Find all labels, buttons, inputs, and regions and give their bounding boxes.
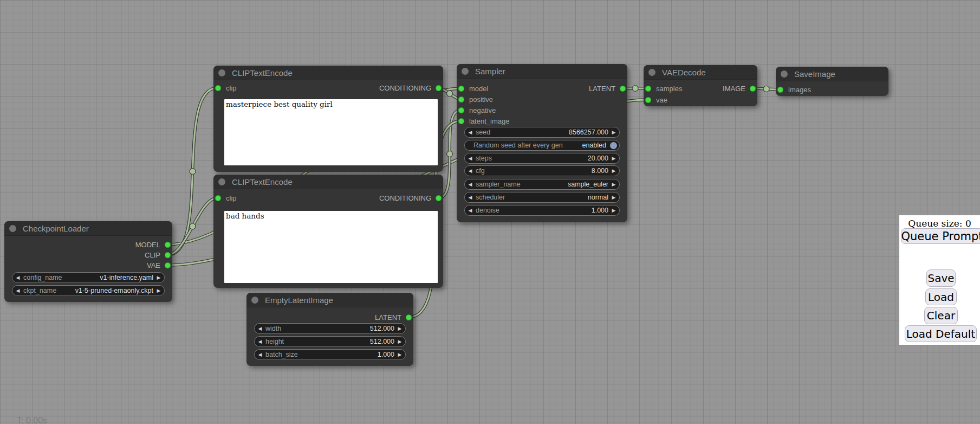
- queue-prompt-button[interactable]: Queue Prompt: [901, 228, 980, 244]
- output-slot-latent: LATENT: [589, 83, 626, 93]
- right-arrow-icon[interactable]: ▶: [608, 130, 619, 135]
- right-arrow-icon[interactable]: ▶: [394, 339, 405, 344]
- widget-batch-size[interactable]: ◀batch_size1.000▶: [254, 349, 406, 360]
- widget-cfg[interactable]: ◀cfg8.000▶: [464, 165, 620, 176]
- widget-denoise[interactable]: ◀denoise1.000▶: [464, 205, 620, 216]
- left-arrow-icon[interactable]: ◀: [12, 288, 23, 293]
- widget-label: width: [265, 325, 281, 332]
- node-checkpoint-loader[interactable]: CheckpointLoaderMODELCLIPVAE◀config_name…: [4, 221, 172, 302]
- node-vae-decode[interactable]: VAEDecodesamplesvaeIMAGE: [644, 65, 757, 106]
- prompt-textarea[interactable]: masterpiece best quality girl: [224, 99, 438, 165]
- left-arrow-icon[interactable]: ◀: [465, 182, 476, 187]
- node-titlebar[interactable]: Sampler: [457, 64, 627, 79]
- widget-width[interactable]: ◀width512.000▶: [254, 323, 406, 334]
- output-slot-vae: VAE: [147, 260, 171, 270]
- collapse-dot-icon[interactable]: [462, 68, 469, 75]
- node-save-image[interactable]: SaveImageimages: [776, 67, 888, 96]
- clear-button[interactable]: Clear: [924, 307, 958, 324]
- collapse-dot-icon[interactable]: [218, 178, 225, 185]
- widget-label: ckpt_name: [23, 287, 56, 294]
- left-arrow-icon[interactable]: ◀: [465, 168, 476, 174]
- output-slot-label: LATENT: [589, 85, 615, 93]
- right-arrow-icon[interactable]: ▶: [394, 352, 405, 357]
- right-arrow-icon[interactable]: ▶: [608, 182, 619, 187]
- right-arrow-icon[interactable]: ▶: [153, 288, 164, 293]
- right-arrow-icon[interactable]: ▶: [153, 275, 164, 280]
- output-slot-label: VAE: [147, 261, 160, 269]
- collapse-dot-icon[interactable]: [251, 297, 258, 304]
- node-titlebar[interactable]: EmptyLatentImage: [246, 293, 413, 307]
- widget-value: normal: [588, 194, 608, 201]
- collapse-dot-icon[interactable]: [648, 69, 656, 76]
- left-arrow-icon[interactable]: ◀: [465, 130, 476, 135]
- node-clip-text-encode-negative[interactable]: CLIPTextEncodeclipCONDITIONINGbad hands: [213, 175, 443, 288]
- left-arrow-icon[interactable]: ◀: [255, 352, 265, 357]
- input-port-icon[interactable]: [458, 118, 464, 124]
- right-arrow-icon[interactable]: ▶: [608, 168, 619, 174]
- output-port-icon[interactable]: [165, 252, 171, 258]
- input-port-icon[interactable]: [458, 86, 464, 92]
- output-slot-clip: CLIP: [145, 250, 171, 260]
- output-slot-label: CLIP: [145, 251, 160, 259]
- load-default-button[interactable]: Load Default: [905, 325, 977, 342]
- node-graph-canvas[interactable]: CheckpointLoaderMODELCLIPVAE◀config_name…: [0, 0, 980, 424]
- output-port-icon[interactable]: [620, 86, 626, 92]
- input-port-icon[interactable]: [458, 107, 464, 113]
- input-port-icon[interactable]: [777, 87, 783, 93]
- widget-label: steps: [476, 155, 492, 162]
- output-port-icon[interactable]: [436, 195, 442, 201]
- widget-label: seed: [476, 129, 490, 136]
- widget-height[interactable]: ◀height512.000▶: [254, 336, 406, 347]
- right-arrow-icon[interactable]: ▶: [608, 195, 619, 200]
- node-titlebar[interactable]: CLIPTextEncode: [213, 66, 443, 80]
- node-sampler[interactable]: Samplermodelpositivenegativelatent_image…: [457, 64, 627, 222]
- input-port-icon[interactable]: [215, 195, 221, 201]
- right-arrow-icon[interactable]: ▶: [608, 208, 619, 213]
- node-empty-latent-image[interactable]: EmptyLatentImageLATENT◀width512.000▶◀hei…: [246, 293, 413, 366]
- right-arrow-icon[interactable]: ▶: [394, 326, 405, 331]
- left-arrow-icon[interactable]: ◀: [12, 275, 23, 280]
- widget-sampler-name[interactable]: ◀sampler_namesample_euler▶: [464, 179, 620, 190]
- widget-steps[interactable]: ◀steps20.000▶: [464, 153, 620, 164]
- input-slot-vae: vae: [645, 95, 667, 105]
- save-button[interactable]: Save: [926, 269, 956, 287]
- input-port-icon[interactable]: [215, 85, 221, 91]
- collapse-dot-icon[interactable]: [9, 225, 16, 232]
- input-port-icon[interactable]: [645, 97, 651, 103]
- output-port-icon[interactable]: [436, 85, 442, 91]
- input-slot-samples: samples: [645, 83, 682, 93]
- output-port-icon[interactable]: [165, 242, 171, 248]
- output-port-icon[interactable]: [406, 314, 412, 320]
- left-arrow-icon[interactable]: ◀: [465, 195, 476, 200]
- widget-value: enabled: [582, 142, 607, 149]
- widget-ckpt-name[interactable]: ◀ckpt_namev1-5-pruned-emaonly.ckpt▶: [12, 285, 165, 296]
- widget-config-name[interactable]: ◀config_namev1-inference.yaml▶: [12, 272, 165, 283]
- input-slot-label: vae: [656, 96, 667, 104]
- node-clip-text-encode-positive[interactable]: CLIPTextEncodeclipCONDITIONINGmasterpiec…: [213, 66, 443, 172]
- output-port-icon[interactable]: [750, 86, 756, 92]
- widget-seed[interactable]: ◀seed8566257.000▶: [464, 127, 620, 138]
- collapse-dot-icon[interactable]: [781, 70, 788, 78]
- input-slot-label: model: [469, 85, 488, 93]
- widget-random-seed-after-every-gen[interactable]: Random seed after every genenabled: [464, 140, 620, 151]
- node-titlebar[interactable]: SaveImage: [776, 67, 888, 81]
- input-slot-negative: negative: [458, 105, 496, 115]
- collapse-dot-icon[interactable]: [218, 69, 225, 76]
- node-titlebar[interactable]: VAEDecode: [644, 65, 757, 80]
- node-titlebar[interactable]: CLIPTextEncode: [213, 175, 443, 189]
- node-titlebar[interactable]: CheckpointLoader: [4, 221, 172, 236]
- input-port-icon[interactable]: [458, 97, 464, 102]
- left-arrow-icon[interactable]: ◀: [465, 208, 476, 213]
- left-arrow-icon[interactable]: ◀: [465, 156, 476, 161]
- left-arrow-icon[interactable]: ◀: [255, 326, 265, 331]
- load-button[interactable]: Load: [925, 288, 957, 305]
- output-port-icon[interactable]: [165, 262, 171, 268]
- widget-scheduler[interactable]: ◀schedulernormal▶: [464, 192, 620, 203]
- toggle-dot-icon[interactable]: [610, 142, 617, 149]
- left-arrow-icon[interactable]: ◀: [255, 339, 265, 344]
- prompt-textarea[interactable]: bad hands: [224, 211, 438, 283]
- widget-value: sample_euler: [568, 181, 608, 188]
- input-port-icon[interactable]: [645, 86, 651, 92]
- right-arrow-icon[interactable]: ▶: [608, 156, 619, 161]
- widget-value: 512.000: [370, 338, 394, 345]
